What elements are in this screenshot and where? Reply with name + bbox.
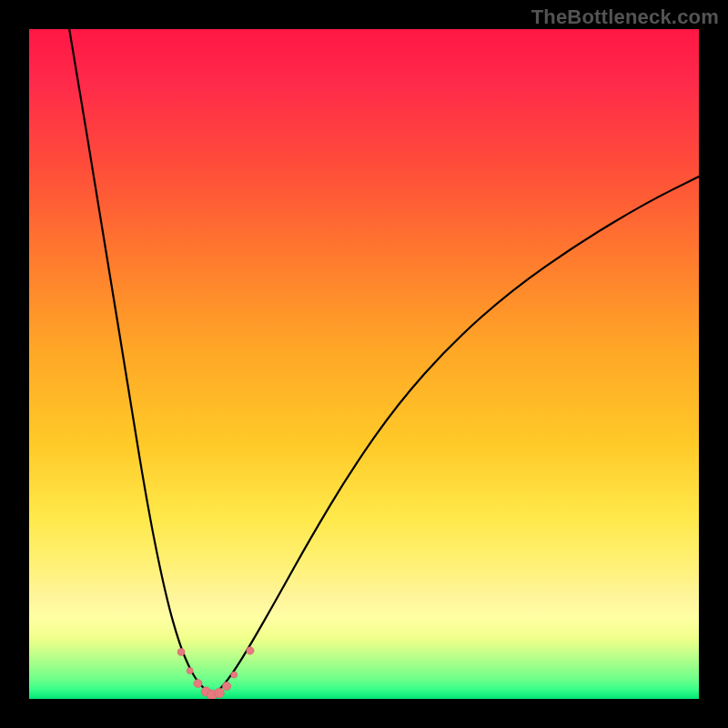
data-dot: [177, 648, 185, 655]
data-dot: [247, 647, 254, 654]
data-dot: [222, 682, 230, 690]
chart-canvas: TheBottleneck.com: [0, 0, 728, 728]
data-dot: [187, 667, 193, 673]
data-dot: [194, 679, 202, 687]
data-dot: [215, 688, 225, 698]
bottleneck-curve: [69, 29, 699, 695]
watermark-text: TheBottleneck.com: [531, 5, 719, 29]
dot-group: [177, 647, 254, 699]
plot-area: [29, 29, 699, 699]
chart-svg: [29, 29, 699, 699]
data-dot: [231, 672, 238, 678]
